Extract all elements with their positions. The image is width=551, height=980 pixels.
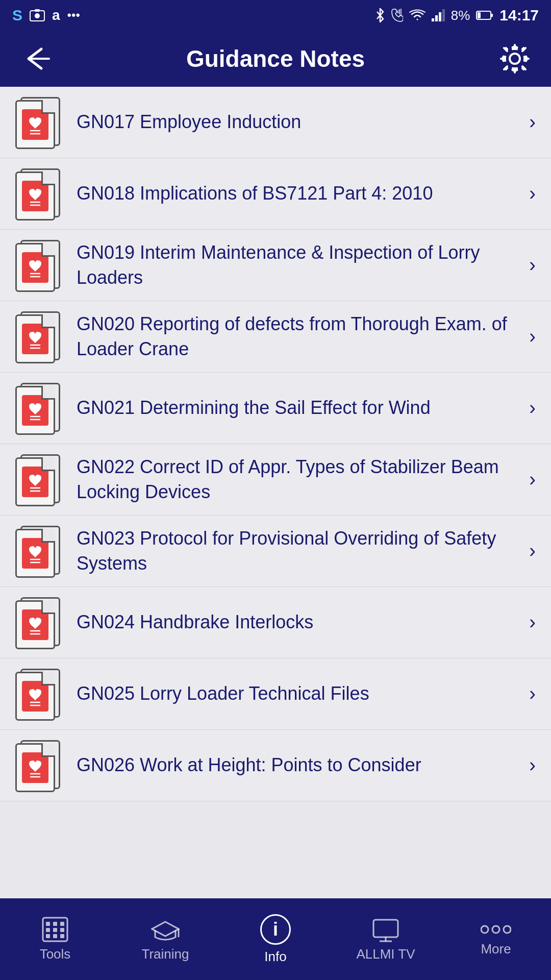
image-icon	[30, 9, 45, 22]
svg-point-51	[504, 926, 511, 933]
svg-rect-38	[60, 922, 64, 926]
chevron-right-icon: ›	[529, 469, 536, 491]
list-item[interactable]: GN021 Determining the Sail Effect for Wi…	[0, 373, 551, 444]
battery-text: 8%	[451, 8, 470, 23]
item-title: GN021 Determining the Sail Effect for Wi…	[77, 396, 514, 421]
chevron-right-icon: ›	[529, 183, 536, 205]
pdf-inner-icon	[22, 324, 48, 354]
list-item[interactable]: GN017 Employee Induction ›	[0, 87, 551, 158]
list-item[interactable]: GN026 Work at Height: Points to Consider…	[0, 730, 551, 801]
pdf-icon	[15, 597, 61, 648]
item-title: GN019 Interim Maintenance & Inspection o…	[77, 240, 514, 290]
more-dots-icon: •••	[67, 8, 80, 22]
chevron-right-icon: ›	[529, 326, 536, 348]
pdf-inner-icon	[22, 181, 48, 211]
svg-rect-9	[442, 9, 445, 21]
phone-icon	[391, 8, 403, 22]
nav-info[interactable]: i Info	[220, 898, 331, 980]
bluetooth-icon	[375, 8, 385, 22]
list-item[interactable]: GN022 Correct ID of Appr. Types of Stabi…	[0, 444, 551, 516]
item-title: GN020 Reporting of defects from Thorough…	[77, 312, 514, 361]
more-icon	[481, 922, 511, 937]
svg-point-14	[510, 54, 520, 64]
nav-more-label: More	[481, 941, 511, 957]
svg-rect-44	[60, 934, 64, 938]
pdf-icon	[15, 97, 61, 148]
svg-rect-6	[432, 18, 434, 21]
svg-rect-39	[46, 928, 50, 932]
pdf-inner-icon	[22, 609, 48, 640]
svg-rect-46	[373, 920, 398, 937]
guidance-notes-list: GN017 Employee Induction › GN018 Implica…	[0, 87, 551, 898]
pdf-icon	[15, 240, 61, 291]
list-item[interactable]: GN019 Interim Maintenance & Inspection o…	[0, 230, 551, 301]
svg-rect-12	[491, 14, 493, 17]
nav-info-label: Info	[264, 949, 286, 965]
chevron-right-icon: ›	[529, 254, 536, 276]
nav-allmi-tv[interactable]: ALLMI TV	[331, 898, 441, 980]
svg-rect-37	[53, 922, 57, 926]
tools-icon	[42, 917, 68, 942]
list-item[interactable]: GN024 Handbrake Interlocks ›	[0, 587, 551, 658]
svg-point-49	[481, 926, 488, 933]
item-title: GN022 Correct ID of Appr. Types of Stabi…	[77, 455, 514, 504]
tv-icon	[371, 917, 400, 942]
nav-tools[interactable]: Tools	[0, 898, 110, 980]
nav-allmi-tv-label: ALLMI TV	[356, 946, 415, 962]
amazon-icon: a	[52, 7, 60, 23]
page-title: Guidance Notes	[186, 45, 365, 72]
nav-training-label: Training	[142, 946, 189, 962]
chevron-right-icon: ›	[529, 397, 536, 419]
item-title: GN024 Handbrake Interlocks	[77, 610, 514, 635]
item-title: GN025 Lorry Loader Technical Files	[77, 681, 514, 706]
pdf-icon	[15, 740, 61, 791]
status-right-icons: 8% 14:17	[375, 7, 539, 24]
wifi-icon	[409, 9, 425, 21]
list-item[interactable]: GN025 Lorry Loader Technical Files ›	[0, 658, 551, 730]
status-bar: S a •••	[0, 0, 551, 31]
back-button[interactable]	[18, 41, 54, 77]
list-item[interactable]: GN023 Protocol for Provisional Overridin…	[0, 516, 551, 587]
pdf-icon	[15, 454, 61, 505]
item-title: GN023 Protocol for Provisional Overridin…	[77, 526, 514, 576]
chevron-right-icon: ›	[529, 540, 536, 562]
svg-rect-11	[478, 12, 481, 18]
battery-icon	[476, 10, 493, 21]
header: Guidance Notes	[0, 31, 551, 87]
pdf-inner-icon	[22, 252, 48, 283]
training-icon	[151, 917, 180, 942]
svg-rect-40	[53, 928, 57, 932]
s-icon: S	[12, 7, 22, 24]
nav-more[interactable]: More	[441, 898, 551, 980]
pdf-icon	[15, 311, 61, 362]
list-item[interactable]: GN018 Implications of BS7121 Part 4: 201…	[0, 158, 551, 230]
status-left-icons: S a •••	[12, 7, 80, 24]
svg-point-1	[35, 13, 40, 18]
item-title: GN017 Employee Induction	[77, 110, 514, 135]
chevron-right-icon: ›	[529, 611, 536, 633]
pdf-inner-icon	[22, 467, 48, 497]
list-item[interactable]: GN020 Reporting of defects from Thorough…	[0, 301, 551, 373]
pdf-icon	[15, 383, 61, 434]
pdf-inner-icon	[22, 538, 48, 569]
pdf-icon	[15, 526, 61, 577]
svg-rect-41	[60, 928, 64, 932]
nav-training[interactable]: Training	[110, 898, 220, 980]
svg-rect-7	[435, 15, 438, 21]
pdf-inner-icon	[22, 681, 48, 712]
svg-rect-8	[439, 12, 441, 21]
settings-button[interactable]	[497, 41, 533, 77]
pdf-icon	[15, 168, 61, 219]
pdf-icon	[15, 669, 61, 720]
status-time: 14:17	[499, 7, 539, 24]
chevron-right-icon: ›	[529, 754, 536, 776]
chevron-right-icon: ›	[529, 111, 536, 133]
svg-rect-42	[46, 934, 50, 938]
item-title: GN026 Work at Height: Points to Consider	[77, 753, 514, 778]
svg-rect-36	[46, 922, 50, 926]
pdf-inner-icon	[22, 752, 48, 783]
svg-rect-43	[53, 934, 57, 938]
info-icon: i	[260, 914, 291, 945]
svg-rect-2	[35, 9, 40, 12]
signal-icon	[432, 9, 445, 21]
